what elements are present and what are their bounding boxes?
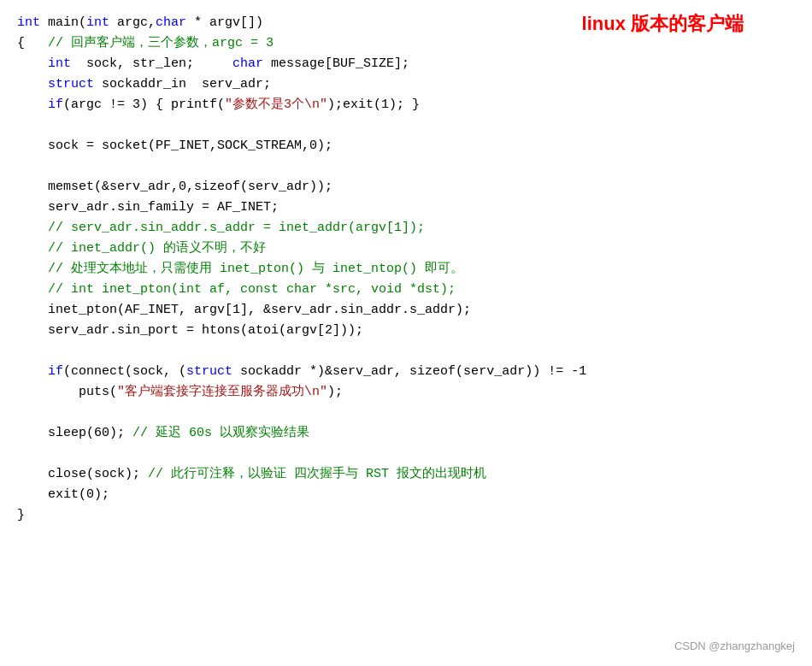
comment-1: // 回声客户端，三个参数，argc = 3 <box>48 36 274 50</box>
code-text <box>17 364 48 379</box>
keyword-if2: if <box>48 364 63 379</box>
comment-4: // 处理文本地址，只需使用 inet_pton() 与 inet_ntop()… <box>17 262 463 276</box>
comment-5: // int inet_pton(int af, const char *src… <box>17 282 456 297</box>
code-text <box>17 97 48 112</box>
code-line-25: } <box>17 505 795 526</box>
code-text: inet_pton(AF_INET, argv[1], &serv_adr.si… <box>17 303 471 317</box>
comment-2: // serv_adr.sin_addr.s_addr = inet_addr(… <box>17 221 425 235</box>
code-text: sock = socket(PF_INET,SOCK_STREAM,0); <box>17 139 332 153</box>
code-text: sleep(60); <box>17 426 132 440</box>
code-line-10: serv_adr.sin_family = AF_INET; <box>17 197 795 218</box>
code-text: memset(&serv_adr,0,sizeof(serv_adr)); <box>17 180 332 194</box>
string-1: "参数不是3个\n" <box>225 97 327 112</box>
code-line-7: sock = socket(PF_INET,SOCK_STREAM,0); <box>17 136 795 156</box>
code-text: serv_adr.sin_family = AF_INET; <box>17 200 279 215</box>
code-block: int main(int argc,char * argv[]) { // 回声… <box>17 9 795 526</box>
code-line-23: close(sock); // 此行可注释，以验证 四次握手与 RST 报文的出… <box>17 464 795 485</box>
code-line-18: if(connect(sock, (struct sockaddr *)&ser… <box>17 362 795 382</box>
keyword-char2: char <box>232 56 263 71</box>
code-line-21: sleep(60); // 延迟 60s 以观察实验结果 <box>17 423 795 444</box>
code-line-8 <box>17 156 795 177</box>
code-line-13: // 处理文本地址，只需使用 inet_pton() 与 inet_ntop()… <box>17 259 795 280</box>
string-2: "客户端套接字连接至服务器成功\n" <box>117 385 327 399</box>
code-text: puts( <box>17 385 117 399</box>
keyword-struct: struct <box>48 77 94 91</box>
code-line-16: serv_adr.sin_port = htons(atoi(argv[2]))… <box>17 321 795 341</box>
code-line-22 <box>17 444 795 464</box>
comment-6: // 延迟 60s 以观察实验结果 <box>132 426 309 440</box>
code-line-14: // int inet_pton(int af, const char *src… <box>17 280 795 300</box>
code-line-4: struct sockaddr_in serv_adr; <box>17 74 795 95</box>
code-line-11: // serv_adr.sin_addr.s_addr = inet_addr(… <box>17 218 795 239</box>
code-line-24: exit(0); <box>17 485 795 505</box>
comment-3: // inet_addr() 的语义不明，不好 <box>17 241 266 256</box>
page-title: linux 版本的客户端 <box>582 9 744 38</box>
code-text: argc, <box>109 15 156 30</box>
code-line-5: if(argc != 3) { printf("参数不是3个\n");exit(… <box>17 95 795 115</box>
code-text: close(sock); <box>17 467 148 481</box>
code-text: sockaddr *)&serv_adr, sizeof(serv_adr)) … <box>232 364 586 379</box>
code-text: } <box>17 508 25 522</box>
code-text: ); <box>327 385 343 399</box>
code-line-20 <box>17 403 795 423</box>
code-line-9: memset(&serv_adr,0,sizeof(serv_adr)); <box>17 177 795 197</box>
keyword-if: if <box>48 97 63 112</box>
code-line-15: inet_pton(AF_INET, argv[1], &serv_adr.si… <box>17 300 795 321</box>
keyword-int3: int <box>48 56 71 71</box>
code-text: );exit(1); } <box>327 97 420 112</box>
comment-7: // 此行可注释，以验证 四次握手与 RST 报文的出现时机 <box>148 467 486 481</box>
code-text: main( <box>40 15 86 30</box>
keyword-char: char <box>156 15 186 30</box>
keyword-int2: int <box>86 15 109 30</box>
code-text: { <box>17 36 48 50</box>
code-text: message[BUF_SIZE]; <box>263 56 409 71</box>
code-text: (argc != 3) { printf( <box>63 97 225 112</box>
code-text: exit(0); <box>17 487 109 502</box>
code-line-19: puts("客户端套接字连接至服务器成功\n"); <box>17 382 795 403</box>
code-text: serv_adr.sin_port = htons(atoi(argv[2]))… <box>17 323 363 338</box>
code-line-3: int sock, str_len; char message[BUF_SIZE… <box>17 54 795 74</box>
code-line-6 <box>17 115 795 136</box>
code-text: * argv[]) <box>186 15 263 30</box>
code-text: sockaddr_in serv_adr; <box>94 77 271 91</box>
code-text: sock, str_len; <box>71 56 232 71</box>
keyword-struct2: struct <box>186 364 232 379</box>
code-text: (connect(sock, ( <box>63 364 186 379</box>
code-line-17 <box>17 341 795 362</box>
code-text <box>17 77 48 91</box>
code-text <box>17 56 48 71</box>
watermark: CSDN @zhangzhangkej <box>674 638 795 656</box>
code-container: linux 版本的客户端 int main(int argc,char * ar… <box>0 0 812 666</box>
code-line-12: // inet_addr() 的语义不明，不好 <box>17 239 795 259</box>
keyword-int: int <box>17 15 40 30</box>
